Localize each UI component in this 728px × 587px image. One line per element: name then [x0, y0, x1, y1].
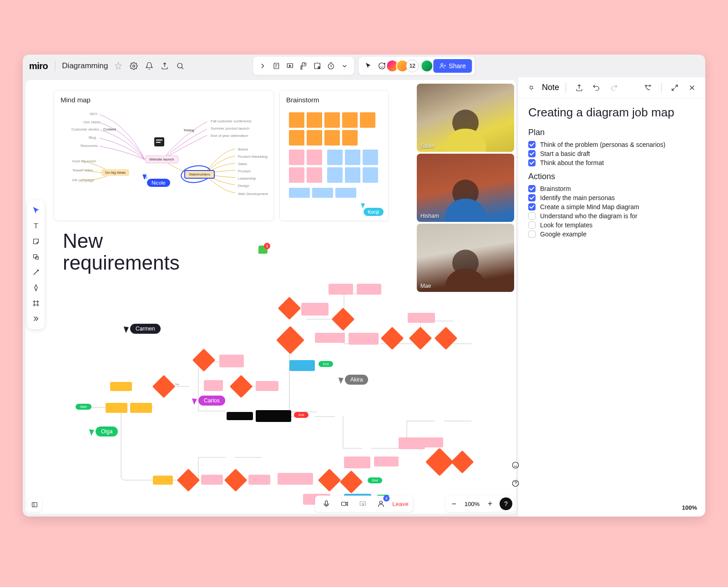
sticky-group-blue-wide[interactable]	[289, 188, 356, 198]
flow-rect[interactable]	[349, 333, 379, 345]
mm-hub-gobig[interactable]: Go big ideas	[101, 169, 129, 176]
checkbox[interactable]	[528, 150, 536, 157]
thumbs-up-icon[interactable]	[297, 59, 310, 73]
tool-more[interactable]	[28, 311, 44, 326]
checkbox[interactable]	[528, 159, 536, 166]
checkbox[interactable]	[528, 231, 536, 238]
video-tile[interactable]: Hisham	[417, 154, 514, 222]
flow-decision[interactable]	[409, 327, 432, 350]
mm-node[interactable]: Host big event	[72, 159, 96, 163]
sticky-group-blue[interactable]	[327, 150, 378, 183]
flow-decision[interactable]	[318, 469, 341, 492]
flow-rect[interactable]	[204, 380, 223, 391]
chat-icon[interactable]	[509, 458, 522, 472]
magic-icon[interactable]	[641, 81, 655, 95]
export-icon[interactable]	[158, 59, 172, 73]
mm-node[interactable]: Brand	[238, 147, 248, 151]
flow-rect[interactable]	[408, 313, 435, 323]
checkbox[interactable]	[528, 212, 536, 220]
pin-icon[interactable]	[522, 78, 541, 97]
star-icon[interactable]	[111, 59, 125, 73]
mm-node[interactable]: Web Development	[238, 192, 268, 196]
flow-rect[interactable]	[248, 475, 270, 485]
zoom-in-button[interactable]: +	[483, 497, 497, 511]
flow-rect[interactable]	[201, 475, 223, 485]
check-row[interactable]: Understand who the diagram is for	[528, 212, 695, 220]
flow-rect[interactable]	[374, 457, 399, 467]
flow-decision[interactable]	[152, 375, 176, 398]
comment-icon[interactable]	[154, 137, 164, 146]
sticky-group-orange[interactable]	[289, 112, 375, 145]
checkbox[interactable]	[528, 141, 536, 148]
note-icon[interactable]	[269, 59, 283, 73]
mm-node[interactable]: Product	[238, 169, 251, 173]
checkbox[interactable]	[528, 221, 536, 229]
flow-rect[interactable]	[256, 410, 291, 422]
mm-node[interactable]: Content	[103, 127, 116, 131]
note-zoom-value[interactable]: 100%	[682, 504, 697, 511]
check-row[interactable]: Google example	[528, 231, 695, 238]
mm-node[interactable]: Teaser video	[72, 168, 93, 172]
help-icon[interactable]	[509, 477, 522, 490]
flowchart-area[interactable]: Start Yes	[62, 276, 511, 505]
note-body[interactable]: Creating a diagram job map Plan Think of…	[518, 98, 705, 251]
flow-decision[interactable]	[230, 375, 253, 398]
flow-rect[interactable]	[219, 355, 244, 367]
flow-decision[interactable]	[451, 451, 474, 474]
flow-decision[interactable]	[177, 469, 200, 492]
check-row[interactable]: Brainstorm	[528, 185, 695, 192]
app-logo[interactable]: miro	[27, 61, 51, 71]
chevron-right-icon[interactable]	[256, 59, 269, 73]
camera-icon[interactable]	[338, 497, 351, 511]
tool-frame[interactable]	[28, 296, 44, 311]
flow-rect[interactable]	[153, 476, 173, 485]
flow-start[interactable]: Start	[76, 404, 91, 410]
insert-icon[interactable]	[310, 59, 324, 73]
tool-line[interactable]	[28, 265, 44, 280]
flow-rect[interactable]	[110, 382, 132, 391]
flow-rect[interactable]	[301, 303, 329, 316]
tool-text[interactable]	[28, 218, 44, 234]
undo-icon[interactable]	[590, 81, 603, 95]
mm-hub-stakeholders[interactable]: Stakeholders	[184, 170, 215, 179]
flow-rect[interactable]	[357, 284, 381, 295]
flow-decision[interactable]	[425, 448, 454, 476]
note-title[interactable]: Creating a diagram job map	[528, 105, 695, 120]
expand-icon[interactable]	[668, 81, 682, 95]
flow-decision[interactable]	[192, 349, 216, 372]
sticky-group-pink[interactable]	[289, 150, 322, 183]
mm-node[interactable]: Customer stories	[71, 127, 99, 131]
share-button[interactable]: Share	[433, 59, 472, 73]
canvas[interactable]: Mind map	[25, 80, 516, 514]
present-icon[interactable]	[283, 59, 297, 73]
tool-pen[interactable]	[28, 280, 44, 296]
video-tile[interactable]: Sadie	[417, 84, 514, 152]
flow-decision[interactable]	[278, 297, 301, 320]
flow-decision[interactable]	[435, 327, 458, 350]
flow-rect[interactable]	[315, 333, 345, 343]
checkbox[interactable]	[528, 194, 536, 201]
mm-node[interactable]: End of year celebration	[211, 134, 248, 138]
mm-node[interactable]: SEO	[90, 112, 97, 116]
tool-select[interactable]	[28, 203, 44, 218]
mm-node[interactable]: Blog	[89, 135, 96, 140]
check-row[interactable]: Identify the main personas	[528, 194, 695, 201]
timer-icon[interactable]	[324, 59, 338, 73]
flow-rect[interactable]	[329, 284, 353, 295]
tool-sticky[interactable]	[28, 234, 44, 249]
flow-end[interactable]: End	[368, 477, 382, 483]
screen-share-icon[interactable]	[356, 497, 369, 511]
mm-node[interactable]: PR campaign	[72, 178, 94, 182]
mm-node[interactable]: Leadership	[238, 176, 256, 181]
tool-shape[interactable]	[28, 249, 44, 265]
flow-rect[interactable]	[344, 457, 370, 468]
checkbox[interactable]	[528, 203, 536, 211]
check-row[interactable]: Start a basic draft	[528, 150, 695, 157]
avatar-count[interactable]: 12	[406, 60, 419, 72]
flow-decision[interactable]	[224, 469, 248, 492]
mm-node[interactable]: Use cases	[83, 120, 100, 124]
mm-node[interactable]: Sales	[238, 162, 247, 166]
avatar-stack[interactable]: 12	[389, 60, 419, 72]
zoom-out-button[interactable]: −	[447, 497, 461, 511]
checkbox[interactable]	[528, 185, 536, 192]
